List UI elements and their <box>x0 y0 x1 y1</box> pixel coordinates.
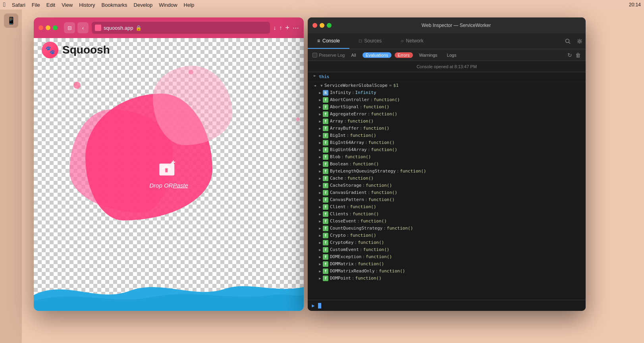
tree-row[interactable]: ▶fCustomEvent: function() <box>308 246 586 253</box>
inspector-search-button[interactable] <box>562 33 574 49</box>
tab-network[interactable]: ○ Network <box>391 33 433 49</box>
tree-row[interactable]: ▶fCache: function() <box>308 175 586 182</box>
tree-row[interactable]: ▶fDOMMatrix: function() <box>308 261 586 268</box>
tree-row[interactable]: ▶fDOMPoint: function() <box>308 275 586 282</box>
tree-row[interactable]: ▶fCanvasGradient: function() <box>308 189 586 196</box>
tree-toggle-scope[interactable]: ▼ <box>319 83 324 88</box>
url-bar[interactable]: squoosh.app 🔒 <box>92 22 270 34</box>
inspector-settings-button[interactable] <box>574 33 586 49</box>
tree-expand-icon[interactable]: ▶ <box>317 190 323 195</box>
tree-row[interactable]: ▶fDOMMatrixReadOnly: function() <box>308 268 586 275</box>
filter-evaluations-button[interactable]: Evaluations <box>362 52 391 58</box>
tree-row[interactable]: ▶fCanvasPattern: function() <box>308 196 586 203</box>
tree-row[interactable]: ▶fArrayBuffer: function() <box>308 125 586 132</box>
menu-develop[interactable]: Develop <box>134 2 153 8</box>
tree-expand-icon[interactable]: ▶ <box>317 104 323 110</box>
tree-expand-icon[interactable]: ▶ <box>317 97 323 103</box>
download-icon[interactable]: ↓ <box>273 25 276 31</box>
filter-errors-button[interactable]: Errors <box>395 52 413 58</box>
console-content[interactable]: ► this ◄ ▼ ServiceWorkerGlobalScope = $1… <box>308 72 586 300</box>
tree-expand-icon[interactable]: ▶ <box>317 218 323 224</box>
tree-row-scope[interactable]: ◄ ▼ ServiceWorkerGlobalScope = $1 <box>308 82 586 89</box>
tree-expand-icon[interactable]: ▶ <box>317 161 323 167</box>
tab-console[interactable]: ≡ Console <box>308 33 349 49</box>
tree-row[interactable]: ▶fDOMException: function() <box>308 253 586 261</box>
tree-expand-icon[interactable]: ▶ <box>317 233 323 238</box>
menu-safari[interactable]: Safari <box>12 2 25 8</box>
tree-expand-icon[interactable]: ▶ <box>317 176 323 181</box>
inspector-close-button[interactable] <box>312 23 317 28</box>
tree-row[interactable]: ▶fAbortController: function() <box>308 96 586 103</box>
tree-expand-icon[interactable]: ▶ <box>317 111 323 117</box>
menu-file[interactable]: File <box>32 2 40 8</box>
tree-expand-icon[interactable]: ▶ <box>317 254 323 260</box>
tree-expand-icon[interactable]: ▶ <box>317 90 323 96</box>
inspector-minimize-button[interactable] <box>320 23 324 28</box>
share-icon[interactable]: ↑ <box>279 25 282 31</box>
console-input-arrow: ► <box>311 73 319 78</box>
tree-row[interactable]: ▶fCrypto: function() <box>308 232 586 239</box>
close-button[interactable] <box>39 25 43 30</box>
tree-expand-icon[interactable]: ▶ <box>317 147 323 153</box>
tree-expand-icon[interactable]: ▶ <box>317 197 323 203</box>
tree-row[interactable]: ▶fClients: function() <box>308 211 586 218</box>
console-input-line[interactable]: ► <box>308 300 586 311</box>
tree-row[interactable]: ▶fByteLengthQueuingStrategy: function() <box>308 168 586 175</box>
menu-help[interactable]: Help <box>184 2 195 8</box>
back-button[interactable]: ‹ <box>77 22 89 33</box>
tree-row[interactable]: ▶fBigUint64Array: function() <box>308 146 586 153</box>
menu-window[interactable]: Window <box>159 2 177 8</box>
tree-row[interactable]: ▶NInfinity: Infinity <box>308 89 586 96</box>
tree-row[interactable]: ▶fBlob: function() <box>308 153 586 161</box>
tab-sources[interactable]: □ Sources <box>349 33 391 49</box>
tree-row[interactable]: ▶fAbortSignal: function() <box>308 103 586 111</box>
menu-history[interactable]: History <box>79 2 95 8</box>
tree-row[interactable]: ▶fClient: function() <box>308 203 586 211</box>
apple-menu[interactable]:  <box>3 1 6 8</box>
tree-expand-icon[interactable]: ▶ <box>317 261 323 267</box>
tree-row[interactable]: ▶fAggregateError: function() <box>308 111 586 118</box>
tree-expand-icon[interactable]: ▶ <box>317 183 323 188</box>
tree-expand-icon[interactable]: ▶ <box>317 169 323 174</box>
more-icon[interactable]: ⋯ <box>293 24 299 32</box>
tree-row[interactable]: ▶fBoolean: function() <box>308 161 586 168</box>
paste-link[interactable]: Paste <box>173 182 188 189</box>
tree-row[interactable]: ▶fBigInt: function() <box>308 132 586 139</box>
tree-row[interactable]: ▶fCacheStorage: function() <box>308 182 586 189</box>
tree-row[interactable]: ▶fCryptoKey: function() <box>308 239 586 246</box>
tree-expand-icon[interactable]: ▶ <box>317 126 323 131</box>
tree-expand-icon[interactable]: ▶ <box>317 204 323 210</box>
tree-expand-icon[interactable]: ▶ <box>317 240 323 245</box>
tree-expand-icon[interactable]: ▶ <box>317 119 323 124</box>
tree-expand-icon[interactable]: ▶ <box>317 211 323 217</box>
inspector-maximize-button[interactable] <box>327 23 332 28</box>
type-badge: f <box>323 218 328 224</box>
new-tab-icon[interactable]: + <box>285 24 289 32</box>
tree-row[interactable]: ▶fArray: function() <box>308 118 586 125</box>
preserve-log-checkbox-box[interactable] <box>312 53 317 57</box>
menu-view[interactable]: View <box>62 2 73 8</box>
preserve-log-checkbox[interactable]: Preserve Log <box>312 53 345 57</box>
tree-expand-icon[interactable]: ▶ <box>317 276 323 281</box>
tree-expand-icon[interactable]: ▶ <box>317 247 323 253</box>
tree-expand-icon[interactable]: ▶ <box>317 140 323 146</box>
trash-icon-button[interactable]: 🗑 <box>575 52 581 58</box>
drop-zone[interactable]: + + Drop OR Paste <box>149 161 188 189</box>
tree-expand-icon[interactable]: ▶ <box>317 154 323 160</box>
minimize-button[interactable] <box>46 25 50 30</box>
maximize-button[interactable] <box>53 25 58 30</box>
tree-expand-icon[interactable]: ▶ <box>317 268 323 274</box>
tree-row[interactable]: ▶fCountQueuingStrategy: function() <box>308 225 586 232</box>
filter-logs-button[interactable]: Logs <box>444 52 460 58</box>
prop-colon: : <box>352 276 355 281</box>
sidebar-toggle-button[interactable]: ⊟ <box>64 22 75 33</box>
tree-row[interactable]: ▶fBigInt64Array: function() <box>308 139 586 146</box>
tree-expand-icon[interactable]: ▶ <box>317 133 323 138</box>
menu-bookmarks[interactable]: Bookmarks <box>102 2 127 8</box>
tree-row[interactable]: ▶fCloseEvent: function() <box>308 218 586 225</box>
filter-all-button[interactable]: All <box>348 52 359 58</box>
menu-edit[interactable]: Edit <box>46 2 55 8</box>
filter-warnings-button[interactable]: Warnings <box>416 52 441 58</box>
reload-icon-button[interactable]: ↻ <box>567 52 572 58</box>
tree-expand-icon[interactable]: ▶ <box>317 226 323 231</box>
